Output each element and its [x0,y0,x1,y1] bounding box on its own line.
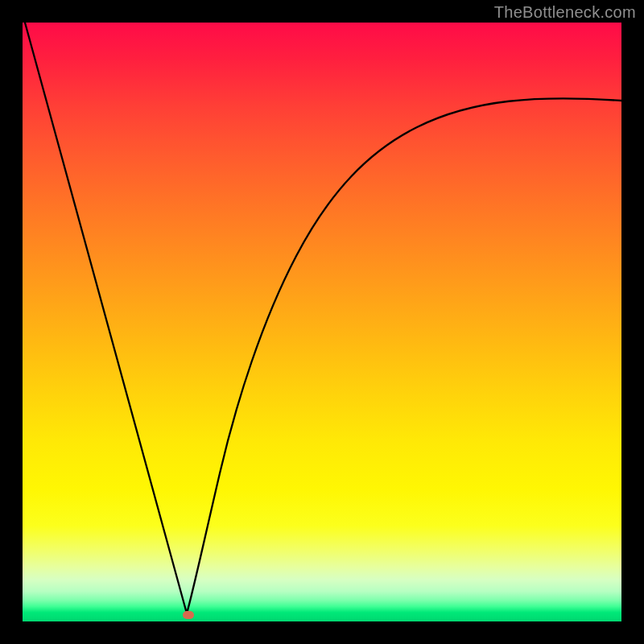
chart-svg [23,23,621,621]
plot-area [23,23,621,621]
bottleneck-curve [25,23,621,613]
chart-frame: TheBottleneck.com [0,0,644,644]
minimum-marker [183,611,194,619]
watermark-text: TheBottleneck.com [494,3,636,22]
curve-right-branch [187,98,621,613]
curve-left-branch [25,23,187,613]
